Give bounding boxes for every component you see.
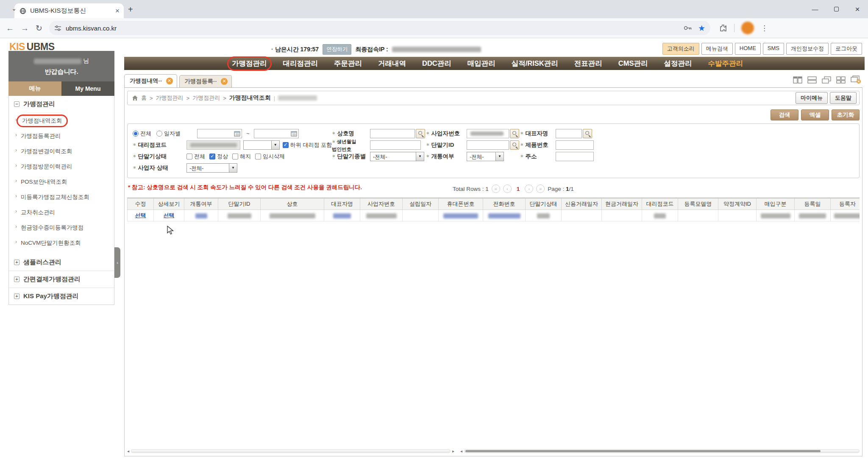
header-link-button[interactable]: 고객의소리 [662, 43, 699, 55]
terminal-id-search-icon[interactable] [510, 140, 519, 150]
sidebar-tab-mymenu[interactable]: My Menu [61, 81, 114, 96]
nav-item[interactable]: 수발주관리 [708, 59, 743, 68]
header-link-button[interactable]: 메뉴검색 [701, 43, 733, 55]
address-input[interactable] [556, 152, 594, 161]
excel-button[interactable]: 엑셀 [801, 109, 829, 120]
radio-icon[interactable] [133, 131, 139, 137]
nav-item[interactable]: 실적/RISK관리 [512, 59, 558, 68]
nav-item[interactable]: 설정관리 [664, 59, 692, 68]
forward-button[interactable]: → [21, 24, 29, 32]
date-mode-radio[interactable]: 일자별 [156, 130, 181, 137]
next-page-icon[interactable]: › [525, 185, 533, 193]
last-page-icon[interactable]: » [536, 185, 545, 193]
layout-grid-icon[interactable] [836, 76, 846, 84]
nav-item[interactable]: 주문관리 [334, 59, 362, 68]
sidebar-section[interactable]: + 간편결제가맹점관리 [9, 271, 114, 288]
sidebar-section[interactable]: + 샘플러스관리 [9, 254, 114, 271]
nav-item[interactable]: 전표관리 [574, 59, 602, 68]
checkbox-icon[interactable] [209, 154, 215, 159]
search-button[interactable]: 검색 [771, 109, 798, 120]
reset-button[interactable]: 초기화 [832, 109, 860, 120]
scroll-left-icon[interactable]: ◂ [460, 449, 462, 453]
nav-item[interactable]: CMS관리 [618, 59, 648, 68]
document-tab-close-icon[interactable]: ✕ [166, 78, 173, 84]
store-name-input[interactable] [370, 129, 415, 138]
reload-button[interactable]: ↻ [36, 24, 42, 32]
window-close-button[interactable]: × [847, 0, 868, 18]
terminal-id-input[interactable] [467, 140, 509, 150]
ceo-name-input[interactable] [556, 129, 582, 138]
agency-code-select[interactable]: ▼ [243, 140, 280, 150]
sidebar-item[interactable]: POS보안내역조회 [9, 174, 114, 190]
scroll-left-icon[interactable]: ◂ [127, 449, 129, 453]
window-minimize-button[interactable]: — [804, 0, 826, 18]
checkbox-icon[interactable] [186, 154, 192, 159]
agency-code-input[interactable] [186, 140, 240, 150]
extensions-icon[interactable] [719, 24, 727, 32]
breadcrumb-home[interactable]: 홈 [141, 94, 147, 102]
date-from-input[interactable] [197, 129, 242, 138]
header-link-button[interactable]: HOME [735, 43, 761, 55]
current-page[interactable]: 1 [515, 186, 522, 192]
radio-icon[interactable] [156, 131, 162, 137]
password-key-icon[interactable] [684, 25, 692, 31]
terminal-type-select[interactable]: -전체-▼ [370, 152, 424, 161]
date-to-input[interactable] [254, 129, 299, 138]
document-tab[interactable]: 가맹점내역·· ✕ [124, 74, 177, 87]
sidebar-item[interactable]: 교차취소관리 [9, 205, 114, 220]
store-name-search-icon[interactable] [416, 129, 425, 138]
help-button[interactable]: 도움말 [830, 92, 857, 104]
biz-no-input[interactable] [467, 129, 509, 138]
nav-item[interactable]: 가맹점관리 [232, 59, 267, 68]
breadcrumb-item[interactable]: 가맹점관리 [192, 94, 220, 102]
sidebar-collapse-handle[interactable]: ‹ [114, 247, 120, 278]
open-status-select[interactable]: -전체-▼ [467, 152, 504, 161]
header-link-button[interactable]: 로그아웃 [831, 43, 862, 55]
product-no-input[interactable] [556, 140, 594, 150]
checkbox-icon[interactable] [232, 154, 238, 159]
table-scrollbar-track[interactable] [464, 449, 860, 453]
extend-session-button[interactable]: 연장하기 [323, 44, 351, 55]
layout-two-rows-icon[interactable] [807, 76, 817, 84]
birth-corp-input[interactable] [370, 140, 421, 150]
nav-item[interactable]: 대리점관리 [283, 59, 318, 68]
new-tab-button[interactable]: + [128, 5, 133, 14]
sidebar-item[interactable]: NoCVM단말기현황조회 [9, 235, 114, 251]
dropdown-arrow-icon[interactable]: ▼ [416, 152, 424, 161]
browser-menu-icon[interactable]: ⋮ [761, 24, 768, 33]
nav-item[interactable]: DDC관리 [422, 59, 451, 68]
sidebar-section[interactable]: + KIS Pay가맹점관리 [9, 288, 114, 305]
biz-no-search-icon[interactable] [510, 129, 519, 138]
scrollbar-thumb[interactable] [465, 450, 821, 452]
tab-search-chevron-icon[interactable]: ⌄ [9, 5, 19, 14]
document-tab[interactable]: 가맹점등록·· ✕ [179, 75, 232, 87]
sidebar-item[interactable]: 가맹점내역조회 [9, 113, 114, 129]
frozen-scrollbar-track[interactable] [131, 449, 451, 453]
layout-cascade-icon[interactable] [822, 76, 831, 84]
nav-item[interactable]: 매입관리 [467, 59, 495, 68]
home-icon[interactable] [132, 95, 138, 101]
terminal-status-checkbox[interactable]: 임시삭제 [255, 153, 285, 160]
bookmark-star-icon[interactable]: ★ [698, 23, 705, 33]
terminal-status-checkbox[interactable]: 정상 [209, 153, 228, 160]
layout-two-columns-icon[interactable] [793, 76, 802, 84]
expand-icon[interactable]: + [14, 294, 19, 299]
edit-select-link[interactable]: 선택 [135, 212, 146, 218]
back-button[interactable]: ← [6, 24, 14, 32]
nav-item[interactable]: 거래내역 [378, 59, 406, 68]
prev-page-icon[interactable]: ‹ [503, 185, 512, 193]
address-bar[interactable]: ubms.kisvan.co.kr ★ [49, 21, 710, 35]
expand-icon[interactable]: + [14, 260, 19, 265]
collapse-icon[interactable]: − [14, 101, 19, 107]
profile-avatar[interactable] [741, 22, 754, 34]
checkbox-icon[interactable] [255, 154, 261, 159]
header-link-button[interactable]: 개인정보수정 [786, 43, 829, 55]
browser-tab[interactable]: UBMS-KIS정보통신 × [14, 3, 124, 18]
site-settings-icon[interactable] [54, 25, 61, 31]
checkbox-icon[interactable] [283, 142, 289, 148]
include-sub-checkbox[interactable]: 하위 대리점 포함 [283, 141, 332, 149]
window-maximize-button[interactable] [826, 0, 847, 18]
sidebar-item[interactable]: 가맹점방문이력관리 [9, 159, 114, 174]
sidebar-item[interactable]: 미등록가맹점교체신청조회 [9, 190, 114, 205]
calendar-icon[interactable] [291, 131, 297, 137]
